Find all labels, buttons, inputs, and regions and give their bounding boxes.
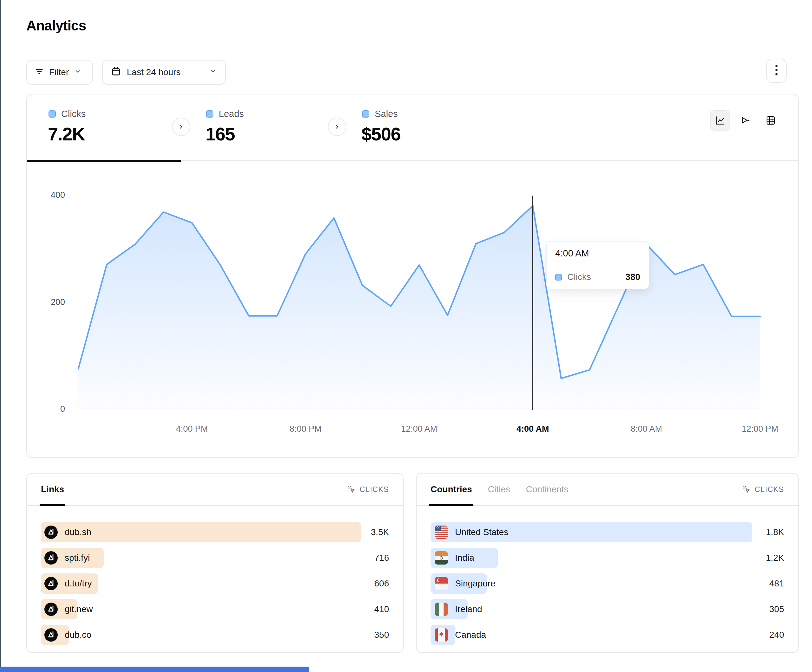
sales-legend-swatch	[362, 110, 369, 118]
link-clicks-value: 410	[374, 604, 389, 614]
more-options-button[interactable]	[766, 59, 786, 83]
country-row[interactable]: India 1.2K	[431, 548, 784, 568]
country-row[interactable]: United States 1.8K	[431, 522, 784, 542]
links-metric-label: CLICKS	[360, 485, 389, 494]
clicks-stat-value: 7.2K	[48, 123, 181, 145]
window-left-edge	[0, 0, 1, 672]
tooltip-series-swatch	[555, 274, 562, 281]
country-clicks-value: 240	[769, 630, 784, 640]
area-chart-canvas[interactable]	[78, 195, 760, 409]
link-row[interactable]: dub.co 350	[41, 625, 389, 645]
link-label: d.to/try	[65, 578, 92, 588]
chart-tooltip: 4:00 AM Clicks 380	[546, 241, 649, 289]
country-clicks-value: 1.2K	[766, 553, 784, 563]
link-clicks-value: 350	[374, 630, 389, 640]
country-label: Singapore	[455, 578, 496, 588]
leads-stat-label: Leads	[219, 109, 244, 119]
country-row[interactable]: Canada 240	[431, 625, 784, 645]
tooltip-series-value: 380	[626, 272, 640, 282]
page-title: Analytics	[26, 18, 86, 34]
link-label: spti.fyi	[65, 553, 90, 563]
stat-tab-sales[interactable]: Sales $506	[337, 94, 502, 160]
tooltip-time-label: 4:00 AM	[547, 242, 649, 265]
dub-logo-icon	[44, 602, 58, 616]
chart-type-toggle-group	[710, 110, 781, 131]
country-label: India	[455, 553, 474, 563]
country-label: Canada	[455, 630, 486, 640]
link-clicks-value: 716	[374, 553, 389, 563]
country-clicks-value: 1.8K	[766, 527, 784, 537]
clicks-time-series-chart[interactable]: 0200400 4:00 PM8:00 PM12:00 AM4:00 AM8:0…	[27, 160, 798, 458]
countries-panel-header: Countries Cities Continents CLICKS	[416, 474, 798, 506]
tab-countries[interactable]: Countries	[431, 474, 472, 505]
link-clicks-value: 3.5K	[371, 527, 389, 537]
dub-logo-icon	[44, 525, 58, 539]
chevron-right-icon	[334, 123, 341, 130]
countries-panel: Countries Cities Continents CLICKS	[416, 473, 799, 653]
countries-list: United States 1.8K India 1.2K Singapore …	[416, 506, 798, 645]
tab-cities[interactable]: Cities	[488, 474, 510, 505]
links-panel: Links CLICKS dub.sh 3.5K	[26, 473, 404, 653]
kebab-menu-icon	[774, 64, 778, 78]
link-row[interactable]: git.new 410	[41, 599, 389, 619]
link-clicks-value: 606	[374, 578, 389, 588]
country-label: Ireland	[455, 604, 482, 614]
chevron-down-icon	[209, 67, 217, 77]
table-grid-icon	[765, 115, 776, 126]
cursor-click-icon	[742, 485, 751, 494]
clicks-stat-label: Clicks	[61, 109, 85, 119]
date-range-button[interactable]: Last 24 hours	[102, 60, 226, 85]
country-label: United States	[455, 527, 508, 537]
link-row[interactable]: d.to/try 606	[41, 573, 389, 594]
country-row[interactable]: Ireland 305	[431, 599, 784, 619]
stats-row: Clicks 7.2K Leads 165 Sales $506	[27, 94, 798, 161]
dub-logo-icon	[44, 628, 58, 641]
tab-continents[interactable]: Continents	[526, 474, 568, 505]
stat-tab-leads[interactable]: Leads 165	[181, 94, 337, 160]
links-metric-selector[interactable]: CLICKS	[347, 485, 389, 494]
filter-button[interactable]: Filter	[26, 60, 93, 85]
table-view-button[interactable]	[761, 110, 781, 131]
dub-logo-icon	[44, 577, 58, 590]
cursor-click-icon	[347, 485, 356, 494]
chevron-right-icon	[177, 123, 184, 130]
analytics-page: Analytics Filter Last 24 hours	[0, 0, 812, 672]
canada-flag-icon	[435, 628, 448, 641]
singapore-flag-icon	[435, 577, 448, 590]
funnel-view-button[interactable]	[735, 110, 756, 131]
countries-metric-label: CLICKS	[755, 485, 784, 494]
expand-step-button[interactable]	[172, 118, 190, 136]
links-list: dub.sh 3.5K spti.fyi 716 d.to/try 606	[27, 506, 403, 645]
ireland-flag-icon	[435, 602, 448, 616]
line-chart-view-button[interactable]	[710, 110, 730, 131]
link-label: git.new	[65, 604, 93, 614]
expand-step-button[interactable]	[328, 118, 346, 136]
leads-stat-value: 165	[205, 123, 337, 145]
funnel-chart-icon	[740, 115, 751, 126]
calendar-icon	[111, 66, 121, 78]
tab-links[interactable]: Links	[41, 474, 64, 505]
sales-stat-label: Sales	[375, 109, 398, 119]
filter-button-label: Filter	[49, 67, 69, 77]
country-clicks-value: 305	[769, 604, 784, 614]
link-label: dub.co	[65, 630, 91, 640]
stat-tab-clicks[interactable]: Clicks 7.2K	[27, 94, 181, 160]
country-row[interactable]: Singapore 481	[431, 573, 784, 594]
us-flag-icon	[435, 525, 448, 539]
link-row[interactable]: dub.sh 3.5K	[41, 522, 389, 542]
tooltip-series-label: Clicks	[567, 272, 620, 282]
link-row[interactable]: spti.fyi 716	[41, 548, 389, 568]
dub-logo-icon	[44, 551, 58, 565]
leads-legend-swatch	[206, 110, 213, 118]
date-range-label: Last 24 hours	[127, 67, 181, 77]
countries-metric-selector[interactable]: CLICKS	[742, 485, 784, 494]
link-label: dub.sh	[65, 527, 91, 537]
window-bottom-edge	[0, 667, 309, 672]
links-panel-header: Links CLICKS	[27, 474, 403, 506]
filter-icon	[34, 67, 44, 78]
chevron-down-icon	[74, 67, 82, 77]
analytics-card: Clicks 7.2K Leads 165 Sales $506	[26, 94, 799, 458]
clicks-legend-swatch	[48, 110, 56, 118]
sales-stat-value: $506	[362, 123, 502, 145]
india-flag-icon	[435, 551, 448, 565]
